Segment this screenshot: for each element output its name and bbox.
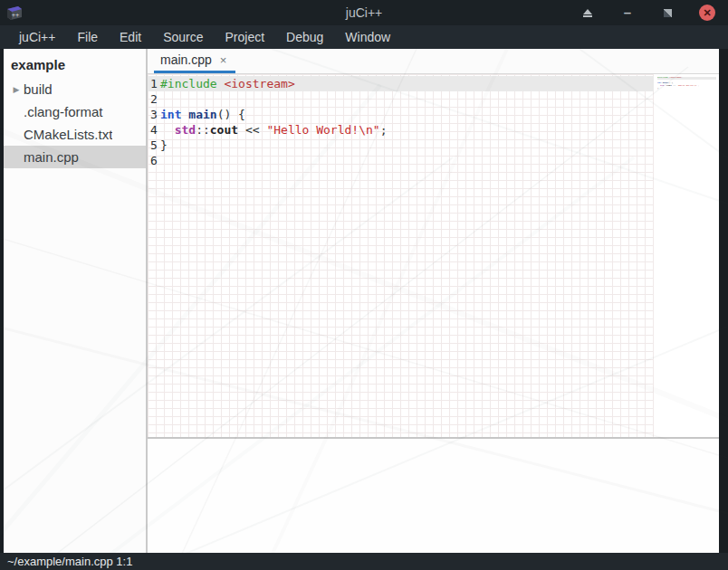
titlebar[interactable]: ++ juCi++ – ✕ bbox=[0, 0, 728, 25]
line-number: 5 bbox=[148, 138, 160, 153]
eject-icon bbox=[583, 9, 592, 17]
terminal-panel[interactable] bbox=[148, 439, 719, 553]
line-number: 1 bbox=[148, 76, 160, 91]
tree-item-label: build bbox=[24, 81, 53, 97]
code-text: } bbox=[160, 138, 168, 153]
file-tree: example ▶build.clang-formatCMakeLists.tx… bbox=[4, 49, 146, 553]
tab-label: main.cpp bbox=[160, 52, 212, 67]
window-controls: – ✕ bbox=[580, 5, 728, 21]
close-icon: ✕ bbox=[699, 5, 715, 21]
code-line-1[interactable]: 1#include <iostream> bbox=[148, 76, 654, 91]
expander-icon[interactable]: ▶ bbox=[9, 85, 24, 94]
line-number: 4 bbox=[148, 122, 160, 138]
code-line-4[interactable]: 4 std::cout << "Hello World!\n"; bbox=[148, 122, 654, 138]
rollup-button[interactable] bbox=[580, 5, 596, 21]
code-line-3[interactable]: 3int main() { bbox=[148, 107, 654, 122]
window-border-right[interactable] bbox=[719, 49, 728, 553]
tab-main-cpp[interactable]: main.cpp × bbox=[154, 49, 235, 73]
tree-item-main-cpp[interactable]: main.cpp bbox=[4, 146, 146, 168]
close-button[interactable]: ✕ bbox=[699, 5, 715, 21]
app-window: ++ juCi++ – ✕ juCi++FileEditSourceProjec… bbox=[0, 0, 728, 570]
code-line-5[interactable]: 5} bbox=[148, 138, 654, 153]
statusbar: ~/example/main.cpp 1:1 bbox=[0, 553, 728, 570]
code-text: std::cout << "Hello World!\n"; bbox=[160, 122, 387, 138]
file-tree-items: ▶build.clang-formatCMakeLists.txtmain.cp… bbox=[4, 78, 146, 168]
tree-item-build[interactable]: ▶build bbox=[4, 78, 146, 100]
code-editor[interactable]: 1#include <iostream>23int main() {4 std:… bbox=[148, 74, 654, 437]
line-number: 6 bbox=[148, 153, 160, 168]
line-number: 3 bbox=[148, 107, 160, 122]
line-number: 2 bbox=[148, 91, 160, 107]
code-text: int main() { bbox=[160, 107, 245, 122]
editor-pane: main.cpp × 1#include <iostream>23int mai… bbox=[148, 49, 719, 553]
tabbar: main.cpp × bbox=[148, 49, 719, 74]
code-text: #include <iostream> bbox=[160, 76, 295, 91]
minimap[interactable]: #include <iostream>int main() { std::cou… bbox=[654, 74, 719, 437]
minimize-button[interactable]: – bbox=[619, 5, 636, 21]
menubar: juCi++FileEditSourceProjectDebugWindow bbox=[0, 25, 728, 49]
menu-item-project[interactable]: Project bbox=[216, 27, 275, 47]
status-file-position: ~/example/main.cpp 1:1 bbox=[7, 556, 132, 567]
project-root-label: example bbox=[4, 53, 146, 78]
tree-item-label: main.cpp bbox=[24, 149, 79, 165]
tree-item-label: .clang-format bbox=[24, 104, 103, 119]
tree-item--clang-format[interactable]: .clang-format bbox=[4, 100, 146, 123]
maximize-restore-icon bbox=[664, 9, 672, 17]
code-line-2[interactable]: 2 bbox=[148, 91, 654, 107]
svg-text:++: ++ bbox=[12, 12, 19, 19]
code-line-6[interactable]: 6 bbox=[148, 153, 654, 168]
minimap-content: #include <iostream>int main() { std::cou… bbox=[657, 77, 716, 92]
minimap-line bbox=[657, 90, 716, 92]
content: example ▶build.clang-formatCMakeLists.tx… bbox=[0, 49, 728, 553]
maximize-button[interactable] bbox=[659, 5, 675, 21]
tree-item-label: CMakeLists.txt bbox=[24, 127, 112, 142]
menu-item-source[interactable]: Source bbox=[153, 27, 213, 47]
editor: 1#include <iostream>23int main() {4 std:… bbox=[148, 74, 719, 437]
tab-close-icon[interactable]: × bbox=[220, 54, 227, 66]
minimize-icon: – bbox=[624, 8, 631, 17]
menu-item-edit[interactable]: Edit bbox=[110, 27, 151, 47]
menu-item-juci-[interactable]: juCi++ bbox=[9, 27, 65, 47]
app-icon: ++ bbox=[5, 4, 24, 22]
tree-item-cmakelists-txt[interactable]: CMakeLists.txt bbox=[4, 123, 146, 146]
menu-item-debug[interactable]: Debug bbox=[276, 27, 333, 47]
menu-item-file[interactable]: File bbox=[67, 27, 108, 47]
code-lines: 1#include <iostream>23int main() {4 std:… bbox=[148, 76, 654, 168]
menu-item-window[interactable]: Window bbox=[335, 27, 400, 47]
